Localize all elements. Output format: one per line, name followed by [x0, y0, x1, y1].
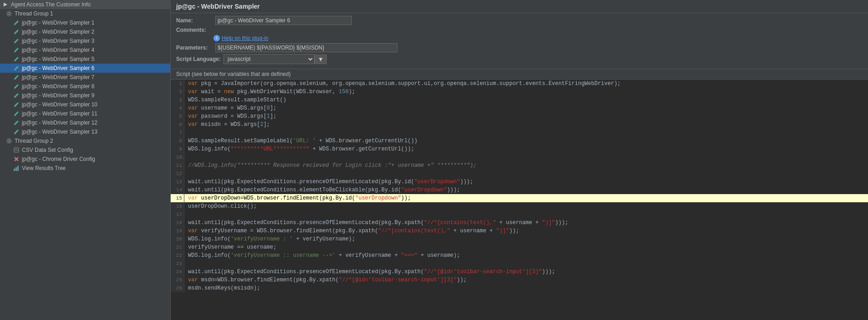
- sidebar-item-sampler-3[interactable]: jp@gc - WebDriver Sampler 3: [0, 36, 170, 45]
- line-number: 15: [171, 194, 184, 202]
- sidebar-item-sampler-2[interactable]: jp@gc - WebDriver Sampler 2: [0, 27, 170, 36]
- code-line: 9WDS.log.info("*********URL**********" +…: [171, 145, 868, 153]
- svg-rect-9: [15, 167, 17, 171]
- line-number: 11: [171, 161, 184, 170]
- sidebar-item-sampler-6[interactable]: jp@gc - WebDriver Sampler 6: [0, 64, 170, 73]
- code-content: var username = WDS.args[0];: [184, 104, 280, 112]
- line-number: 22: [171, 251, 184, 260]
- comments-link[interactable]: Help on this plug-in: [222, 35, 269, 41]
- sidebar-item-sampler-11[interactable]: jp@gc - WebDriver Sampler 11: [0, 109, 170, 118]
- sidebar-item-chrome-driver[interactable]: jp@gc - Chrome Driver Config: [0, 155, 170, 164]
- sidebar-item-thread-group-1[interactable]: Thread Group 1: [0, 9, 170, 18]
- svg-rect-3: [14, 148, 19, 152]
- line-number: 20: [171, 235, 184, 243]
- code-content: wait.until(pkg.ExpectedConditions.presen…: [184, 268, 559, 276]
- svg-marker-0: [4, 3, 7, 6]
- sidebar-item-sampler-13[interactable]: jp@gc - WebDriver Sampler 13: [0, 127, 170, 136]
- line-number: 19: [171, 227, 184, 235]
- code-line: 25var msdn=WDS.browser.findElement(pkg.B…: [171, 276, 868, 284]
- sidebar-item-label: jp@gc - WebDriver Sampler 11: [22, 110, 97, 117]
- info-icon: i: [213, 35, 220, 41]
- sidebar-item-label: jp@gc - WebDriver Sampler 1: [22, 20, 94, 26]
- line-number: 6: [171, 120, 184, 129]
- code-line: 1var pkg = JavaImporter(org.openqa.selen…: [171, 80, 868, 88]
- svg-point-1: [8, 13, 10, 15]
- code-content: [184, 210, 192, 219]
- svg-point-2: [8, 140, 10, 142]
- pencil-icon: [13, 101, 20, 108]
- line-number: 8: [171, 137, 184, 145]
- sidebar-item-sampler-5[interactable]: jp@gc - WebDriver Sampler 5: [0, 55, 170, 64]
- sidebar-item-sampler-7[interactable]: jp@gc - WebDriver Sampler 7: [0, 73, 170, 82]
- code-line: 2var wait = new pkg.WebDriverWait(WDS.br…: [171, 88, 868, 96]
- code-content: userDropDown.click();: [184, 202, 260, 210]
- sidebar-item-sampler-8[interactable]: jp@gc - WebDriver Sampler 8: [0, 82, 170, 91]
- x-icon: [13, 155, 20, 163]
- sidebar-item-agent-access[interactable]: Agent Access The Customer Info: [0, 0, 170, 9]
- code-line: 5var password = WDS.args[1];: [171, 112, 868, 120]
- code-line: 4var username = WDS.args[0];: [171, 104, 868, 112]
- line-number: 17: [171, 210, 184, 219]
- code-content: wait.until(pkg.ExpectedConditions.presen…: [184, 178, 477, 186]
- sidebar-item-sampler-10[interactable]: jp@gc - WebDriver Sampler 10: [0, 100, 170, 109]
- sidebar-item-label: Thread Group 2: [15, 138, 53, 144]
- params-input[interactable]: [215, 43, 397, 52]
- line-number: 26: [171, 284, 184, 292]
- chart-icon: [13, 165, 20, 172]
- sidebar-item-sampler-1[interactable]: jp@gc - WebDriver Sampler 1: [0, 18, 170, 27]
- pencil-icon: [13, 19, 20, 26]
- script-lang-select[interactable]: javascript: [223, 54, 315, 64]
- csv-icon: [13, 146, 20, 154]
- sidebar-item-label: jp@gc - WebDriver Sampler 5: [22, 56, 94, 62]
- code-content: //WDS.log.info("********* Response recie…: [184, 161, 480, 170]
- sidebar-item-label: CSV Data Set Config: [22, 147, 73, 153]
- svg-rect-8: [14, 169, 15, 171]
- code-line: 23: [171, 260, 868, 268]
- line-number: 16: [171, 202, 184, 210]
- line-number: 4: [171, 104, 184, 112]
- sidebar-item-thread-group-2[interactable]: Thread Group 2: [0, 136, 170, 145]
- line-number: 18: [171, 219, 184, 227]
- pencil-icon: [13, 92, 20, 99]
- line-number: 5: [171, 112, 184, 120]
- gear-icon: [5, 137, 13, 145]
- code-content: WDS.log.info('verifyUsername :: username…: [184, 251, 464, 260]
- line-number: 14: [171, 186, 184, 194]
- params-label: Parameters:: [176, 45, 213, 51]
- pencil-icon: [13, 37, 20, 45]
- code-line: 10: [171, 153, 868, 161]
- pencil-icon: [13, 46, 20, 54]
- pencil-icon: [13, 128, 20, 135]
- code-line: 3WDS.sampleResult.sampleStart(): [171, 96, 868, 104]
- code-content: var wait = new pkg.WebDriverWait(WDS.bro…: [184, 88, 359, 96]
- code-editor[interactable]: 1var pkg = JavaImporter(org.openqa.selen…: [171, 80, 868, 320]
- sidebar-item-sampler-9[interactable]: jp@gc - WebDriver Sampler 9: [0, 91, 170, 100]
- sidebar-item-label: jp@gc - WebDriver Sampler 6: [22, 65, 94, 71]
- sidebar-item-sampler-4[interactable]: jp@gc - WebDriver Sampler 4: [0, 45, 170, 55]
- code-line: 13wait.until(pkg.ExpectedConditions.pres…: [171, 178, 868, 186]
- sidebar-item-view-results[interactable]: View Results Tree: [0, 164, 170, 173]
- code-line: 22WDS.log.info('verifyUsername :: userna…: [171, 251, 868, 260]
- sidebar-item-label: Thread Group 1: [15, 10, 53, 17]
- line-number: 23: [171, 260, 184, 268]
- line-number: 1: [171, 80, 184, 88]
- code-content: var password = WDS.args[1];: [184, 112, 280, 120]
- name-input[interactable]: [215, 16, 352, 25]
- code-line: 20WDS.log.info('verifyUsername : ' + ver…: [171, 235, 868, 243]
- code-content: var verifyUsername = WDS.browser.findEle…: [184, 227, 523, 235]
- code-line: 19var verifyUsername = WDS.browser.findE…: [171, 227, 868, 235]
- code-line: 11//WDS.log.info("********* Response rec…: [171, 161, 868, 170]
- sidebar-item-label: jp@gc - WebDriver Sampler 7: [22, 74, 94, 80]
- sidebar-item-label: jp@gc - Chrome Driver Config: [22, 156, 95, 162]
- panel-title: jp@gc - WebDriver Sampler: [171, 0, 868, 13]
- line-number: 21: [171, 243, 184, 251]
- comments-label: Comments:: [176, 27, 213, 33]
- sidebar-item-label: Agent Access The Customer Info: [11, 1, 91, 8]
- script-lang-dropdown-button[interactable]: ▼: [315, 55, 327, 64]
- code-content: WDS.sampleResult.sampleStart(): [184, 96, 290, 104]
- code-line: 7: [171, 129, 868, 137]
- sidebar-item-sampler-12[interactable]: jp@gc - WebDriver Sampler 12: [0, 118, 170, 127]
- sidebar-item-label: jp@gc - WebDriver Sampler 2: [22, 29, 94, 35]
- script-section-label: Script (see below for variables that are…: [171, 69, 868, 80]
- sidebar-item-csv-data[interactable]: CSV Data Set Config: [0, 145, 170, 155]
